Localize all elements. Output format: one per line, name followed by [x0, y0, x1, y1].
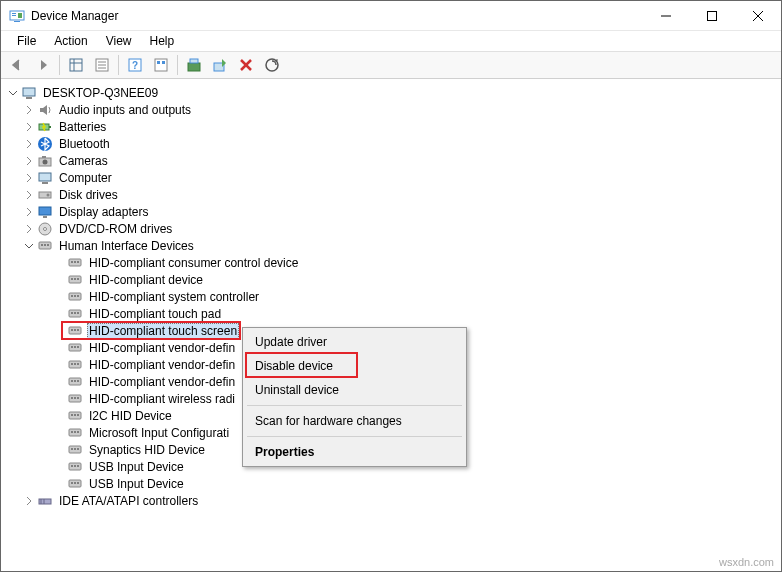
context-menu-item[interactable]: Uninstall device — [245, 378, 464, 402]
scan-hardware-button[interactable] — [260, 53, 284, 77]
titlebar[interactable]: Device Manager — [1, 1, 781, 31]
hid-icon — [67, 442, 83, 458]
expander-icon[interactable] — [21, 238, 37, 254]
device-label[interactable]: USB Input Device — [87, 477, 186, 491]
show-hide-tree-button[interactable] — [64, 53, 88, 77]
expander-icon[interactable] — [21, 204, 37, 220]
tree-category[interactable]: Human Interface Devices — [3, 237, 781, 254]
expander-icon[interactable] — [21, 170, 37, 186]
device-label[interactable]: USB Input Device — [87, 460, 186, 474]
context-menu-item[interactable]: Update driver — [245, 330, 464, 354]
device-label[interactable]: HID-compliant vendor-defin — [87, 375, 237, 389]
svg-point-57 — [74, 295, 76, 297]
update-driver-button[interactable] — [182, 53, 206, 77]
root-label[interactable]: DESKTOP-Q3NEE09 — [41, 86, 160, 100]
context-menu-item[interactable]: Scan for hardware changes — [245, 409, 464, 433]
app-icon — [9, 8, 25, 24]
category-label[interactable]: Computer — [57, 171, 114, 185]
device-label[interactable]: HID-compliant touch screen — [87, 323, 239, 339]
svg-point-65 — [74, 329, 76, 331]
svg-point-73 — [74, 363, 76, 365]
expander-icon[interactable] — [21, 102, 37, 118]
device-label[interactable]: HID-compliant system controller — [87, 290, 261, 304]
help-button[interactable]: ? — [123, 53, 147, 77]
tree-device[interactable]: HID-compliant device — [3, 271, 781, 288]
expander-icon[interactable] — [21, 119, 37, 135]
menu-action[interactable]: Action — [46, 32, 95, 50]
properties-button[interactable] — [90, 53, 114, 77]
tree-category[interactable]: Disk drives — [3, 186, 781, 203]
category-label[interactable]: DVD/CD-ROM drives — [57, 222, 174, 236]
category-label[interactable]: Batteries — [57, 120, 108, 134]
device-label[interactable]: HID-compliant device — [87, 273, 205, 287]
svg-point-52 — [71, 278, 73, 280]
action-button[interactable] — [149, 53, 173, 77]
tree-category[interactable]: DVD/CD-ROM drives — [3, 220, 781, 237]
uninstall-device-button[interactable] — [234, 53, 258, 77]
menu-file[interactable]: File — [9, 32, 44, 50]
menu-help[interactable]: Help — [142, 32, 183, 50]
tree-category[interactable]: Display adapters — [3, 203, 781, 220]
context-menu[interactable]: Update driverDisable deviceUninstall dev… — [242, 327, 467, 467]
context-menu-item[interactable]: Properties — [245, 440, 464, 464]
tree-device[interactable]: USB Input Device — [3, 475, 781, 492]
device-tree[interactable]: DESKTOP-Q3NEE09Audio inputs and outputsB… — [1, 80, 781, 571]
collapse-icon[interactable] — [5, 85, 21, 101]
category-label[interactable]: Human Interface Devices — [57, 239, 196, 253]
svg-rect-20 — [162, 61, 165, 64]
svg-rect-2 — [12, 13, 16, 14]
tree-category[interactable]: Audio inputs and outputs — [3, 101, 781, 118]
device-label[interactable]: HID-compliant wireless radi — [87, 392, 237, 406]
svg-rect-3 — [12, 15, 16, 16]
category-label[interactable]: Cameras — [57, 154, 110, 168]
category-label[interactable]: Disk drives — [57, 188, 120, 202]
svg-point-38 — [47, 193, 50, 196]
window-controls — [643, 1, 781, 31]
tree-category[interactable]: Bluetooth — [3, 135, 781, 152]
svg-point-69 — [74, 346, 76, 348]
tree-root[interactable]: DESKTOP-Q3NEE09 — [3, 84, 781, 101]
tree-category[interactable]: Batteries — [3, 118, 781, 135]
svg-point-85 — [74, 414, 76, 416]
tree-device[interactable]: HID-compliant touch pad — [3, 305, 781, 322]
maximize-button[interactable] — [689, 1, 735, 31]
expander-icon[interactable] — [21, 493, 37, 509]
svg-point-68 — [71, 346, 73, 348]
category-label[interactable]: Audio inputs and outputs — [57, 103, 193, 117]
svg-point-42 — [44, 227, 47, 230]
device-label[interactable]: I2C HID Device — [87, 409, 174, 423]
close-button[interactable] — [735, 1, 781, 31]
device-label[interactable]: HID-compliant vendor-defin — [87, 341, 237, 355]
hid-icon — [37, 238, 53, 254]
expander-icon[interactable] — [21, 187, 37, 203]
tree-device[interactable]: HID-compliant consumer control device — [3, 254, 781, 271]
device-label[interactable]: Synaptics HID Device — [87, 443, 207, 457]
expander-icon[interactable] — [21, 221, 37, 237]
category-label[interactable]: Bluetooth — [57, 137, 112, 151]
device-label[interactable]: HID-compliant touch pad — [87, 307, 223, 321]
tree-category[interactable]: Computer — [3, 169, 781, 186]
menu-view[interactable]: View — [98, 32, 140, 50]
device-label[interactable]: Microsoft Input Configurati — [87, 426, 231, 440]
hid-icon — [67, 272, 83, 288]
category-label[interactable]: IDE ATA/ATAPI controllers — [57, 494, 200, 508]
device-label[interactable]: HID-compliant consumer control device — [87, 256, 300, 270]
tree-category[interactable]: Cameras — [3, 152, 781, 169]
forward-button[interactable] — [31, 53, 55, 77]
device-label[interactable]: HID-compliant vendor-defin — [87, 358, 237, 372]
minimize-button[interactable] — [643, 1, 689, 31]
disable-device-button[interactable] — [208, 53, 232, 77]
expander-icon[interactable] — [21, 136, 37, 152]
back-button[interactable] — [5, 53, 29, 77]
svg-point-50 — [77, 261, 79, 263]
svg-point-56 — [71, 295, 73, 297]
category-label[interactable]: Display adapters — [57, 205, 150, 219]
context-menu-item[interactable]: Disable device — [245, 354, 464, 378]
tree-category[interactable]: IDE ATA/ATAPI controllers — [3, 492, 781, 509]
svg-point-92 — [71, 448, 73, 450]
tree-device[interactable]: HID-compliant system controller — [3, 288, 781, 305]
svg-rect-27 — [23, 88, 35, 96]
expander-icon[interactable] — [21, 153, 37, 169]
svg-point-100 — [71, 482, 73, 484]
svg-point-33 — [43, 159, 48, 164]
